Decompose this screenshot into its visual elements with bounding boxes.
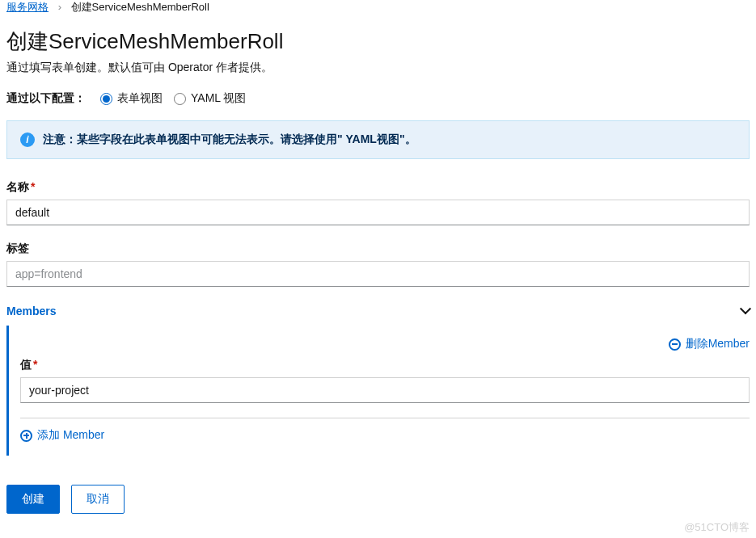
member-value-input[interactable] bbox=[20, 377, 750, 403]
radio-yaml-view[interactable]: YAML 视图 bbox=[174, 91, 246, 106]
member-value-label: 值* bbox=[20, 358, 750, 372]
footer-actions: 创建 取消 bbox=[6, 485, 750, 523]
view-config-row: 通过以下配置： 表单视图 YAML 视图 bbox=[6, 91, 750, 106]
name-label: 名称* bbox=[6, 180, 750, 195]
name-input[interactable] bbox=[6, 200, 750, 225]
page-title: 创建ServiceMeshMemberRoll bbox=[6, 27, 750, 56]
breadcrumb: 服务网格 › 创建ServiceMeshMemberRoll bbox=[6, 0, 750, 23]
labels-field-group: 标签 bbox=[6, 242, 750, 287]
remove-member-label: 删除Member bbox=[686, 337, 750, 351]
info-icon: i bbox=[20, 132, 35, 147]
chevron-down-icon bbox=[740, 303, 751, 314]
view-radio-group: 表单视图 YAML 视图 bbox=[100, 91, 246, 106]
minus-circle-icon bbox=[669, 338, 681, 351]
required-asterisk: * bbox=[33, 358, 37, 371]
chevron-right-icon: › bbox=[58, 1, 61, 13]
radio-yaml-view-label: YAML 视图 bbox=[191, 91, 246, 106]
breadcrumb-current: 创建ServiceMeshMemberRoll bbox=[71, 1, 209, 13]
radio-form-view-label: 表单视图 bbox=[117, 91, 163, 106]
plus-circle-icon bbox=[20, 430, 32, 442]
create-button[interactable]: 创建 bbox=[6, 485, 60, 514]
members-section-title: Members bbox=[6, 305, 56, 317]
name-field-group: 名称* bbox=[6, 180, 750, 225]
remove-member-button[interactable]: 删除Member bbox=[669, 337, 750, 351]
add-member-label: 添加 Member bbox=[37, 428, 104, 443]
cancel-button[interactable]: 取消 bbox=[71, 485, 125, 514]
page-description: 通过填写表单创建。默认值可由 Operator 作者提供。 bbox=[6, 61, 750, 75]
labels-input[interactable] bbox=[6, 261, 750, 287]
radio-form-view-input[interactable] bbox=[100, 93, 112, 105]
required-asterisk: * bbox=[31, 180, 35, 193]
alert-text: 注意：某些字段在此表单视图中可能无法表示。请选择使用" YAML视图"。 bbox=[43, 132, 416, 147]
members-section-body: 删除Member 值* 添加 Member bbox=[6, 326, 750, 456]
radio-form-view[interactable]: 表单视图 bbox=[100, 91, 163, 106]
config-label: 通过以下配置： bbox=[6, 91, 86, 106]
add-member-button[interactable]: 添加 Member bbox=[20, 428, 104, 443]
members-section-header[interactable]: Members bbox=[6, 303, 750, 326]
info-alert: i 注意：某些字段在此表单视图中可能无法表示。请选择使用" YAML视图"。 bbox=[6, 120, 750, 159]
labels-label: 标签 bbox=[6, 242, 750, 256]
radio-yaml-view-input[interactable] bbox=[174, 93, 186, 105]
breadcrumb-parent-link[interactable]: 服务网格 bbox=[6, 1, 49, 13]
